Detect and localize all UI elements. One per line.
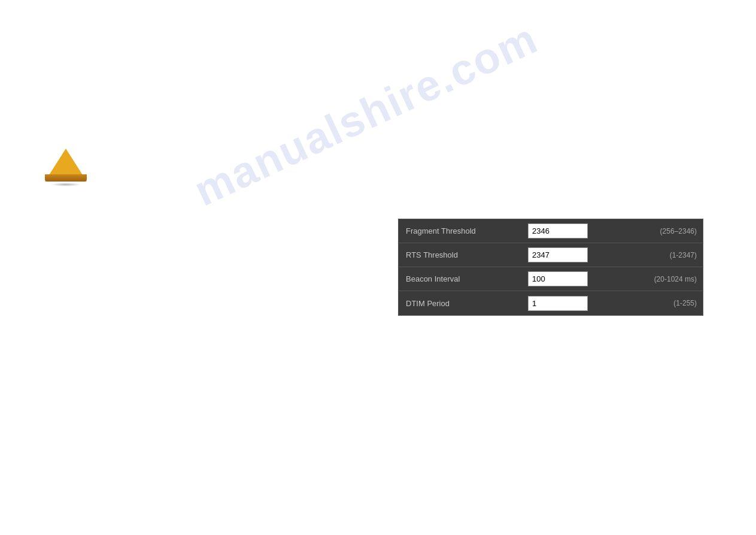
rts-threshold-input-wrapper	[524, 245, 664, 265]
dtim-period-input[interactable]	[528, 296, 588, 311]
fragment-threshold-label: Fragment Threshold	[399, 222, 524, 240]
watermark: manualshire.com	[187, 13, 545, 215]
settings-table: Fragment Threshold (256–2346) RTS Thresh…	[398, 219, 703, 316]
dtim-period-input-wrapper	[524, 294, 667, 313]
fragment-threshold-input[interactable]	[528, 223, 588, 238]
beacon-interval-row: Beacon Interval (20-1024 ms)	[399, 267, 703, 291]
dtim-period-label: DTIM Period	[399, 294, 524, 313]
beacon-interval-input-wrapper	[524, 269, 648, 289]
beacon-interval-label: Beacon Interval	[399, 270, 524, 288]
fragment-threshold-row: Fragment Threshold (256–2346)	[399, 219, 703, 243]
rts-threshold-row: RTS Threshold (1-2347)	[399, 243, 703, 267]
dtim-period-range: (1-255)	[667, 294, 703, 312]
router-icon	[45, 149, 87, 186]
beacon-interval-range: (20-1024 ms)	[648, 270, 703, 288]
rts-threshold-label: RTS Threshold	[399, 246, 524, 264]
fragment-threshold-input-wrapper	[524, 221, 654, 241]
beacon-interval-input[interactable]	[528, 271, 588, 286]
triangle-shape	[45, 149, 87, 182]
rts-threshold-input[interactable]	[528, 247, 588, 262]
triangle-shadow	[51, 183, 81, 186]
dtim-period-row: DTIM Period (1-255)	[399, 291, 703, 315]
rts-threshold-range: (1-2347)	[664, 246, 703, 264]
fragment-threshold-range: (256–2346)	[654, 222, 703, 240]
